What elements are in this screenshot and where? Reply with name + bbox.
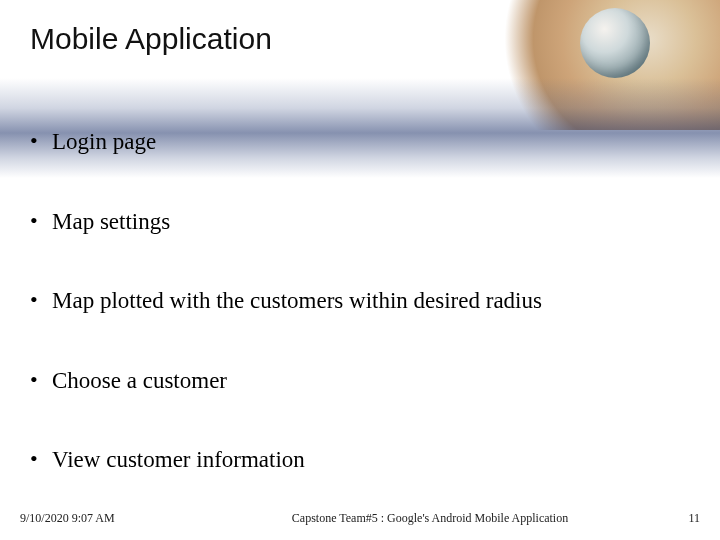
list-item: Choose a customer (52, 367, 690, 395)
list-item: Map settings (52, 208, 690, 236)
list-item: Map plotted with the customers within de… (52, 287, 690, 315)
list-item: Login page (52, 128, 690, 156)
bullet-list: Login page Map settings Map plotted with… (30, 128, 690, 474)
list-item: View customer information (52, 446, 690, 474)
slide-content: Mobile Application Login page Map settin… (0, 0, 720, 540)
slide-title: Mobile Application (30, 22, 690, 56)
